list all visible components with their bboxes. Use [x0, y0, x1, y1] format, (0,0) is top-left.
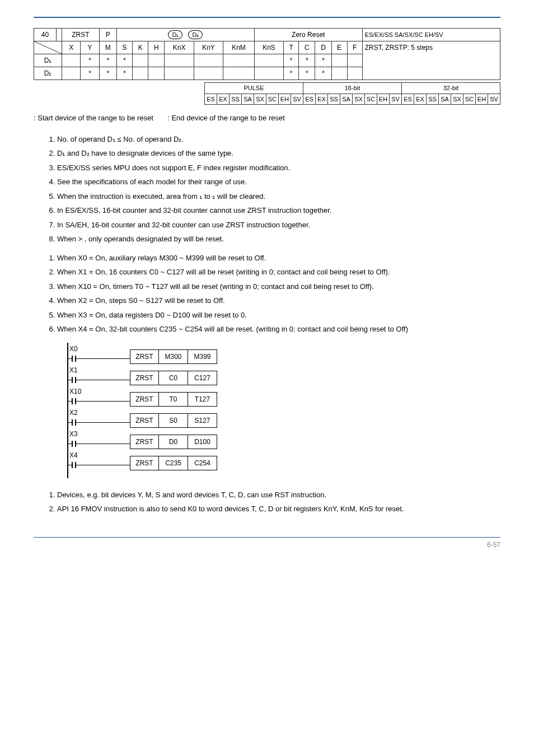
row-d1-label: D₁: [34, 54, 62, 67]
left-rail-tail: [67, 470, 68, 478]
expl-4: See the specifications of each model for…: [57, 176, 500, 188]
page-number: 6-57: [34, 540, 500, 550]
hdr-K: K: [133, 41, 148, 54]
arg2-cell: C127: [188, 371, 217, 385]
pulse-cell: SA: [340, 94, 353, 105]
instruction-box: ZRST S0 S127: [130, 413, 217, 428]
arg2-cell: D100: [188, 435, 217, 449]
operands-line: : Start device of the range to be reset …: [34, 113, 500, 124]
operand-d-cells: D₁ D₂: [117, 29, 255, 41]
instruction-spec-table: 40 ZRST P D₁ D₂ Zero Reset ES/EX/SS SA/S…: [34, 28, 500, 80]
hdr-D: D: [315, 41, 331, 54]
pulse-cell: EX: [217, 94, 229, 105]
pulse-header: PULSE: [205, 83, 303, 94]
top-rule: [34, 17, 500, 18]
instruction-box: ZRST D0 D100: [130, 435, 217, 449]
pe-1: When X0 = On, auxiliary relays M300 ~ M3…: [57, 253, 500, 264]
arg2-cell: M399: [188, 349, 217, 364]
steps-note: ZRST, ZRSTP: 5 steps: [362, 41, 500, 80]
pulse-cell: SV: [488, 94, 500, 105]
arg2-cell: T127: [188, 392, 217, 407]
contact: X10: [68, 395, 130, 407]
controllers-cell: ES/EX/SS SA/SX/SC EH/SV: [362, 29, 500, 41]
function-cell: Zero Reset: [254, 29, 362, 41]
contact: X1: [68, 374, 130, 385]
ladder-rung: X0 ZRST M300 M399: [67, 343, 500, 364]
pulse-cell: SX: [353, 94, 365, 105]
expl-6: In ES/EX/SS, 16-bit counter and 32-bit c…: [57, 205, 500, 216]
operand-end-desc: : End device of the range to be reset: [167, 114, 285, 122]
op-cell: ZRST: [130, 349, 159, 364]
pulse-cell: EH: [279, 94, 291, 105]
contact: X2: [68, 417, 130, 428]
hdr-T: T: [284, 41, 299, 54]
pulse-cell: SA: [439, 94, 451, 105]
pe-6: When X4 = On, 32-bit counters C235 ~ C25…: [57, 324, 500, 335]
mnemonic-cell: ZRST: [62, 29, 100, 41]
arg1-cell: S0: [159, 413, 188, 428]
remarks-list: Devices, e.g. bit devices Y, M, S and wo…: [34, 489, 500, 515]
arg1-cell: T0: [159, 392, 188, 407]
contact: X4: [68, 459, 130, 470]
hdr-Y: Y: [81, 41, 99, 54]
pulse-cell: ES: [402, 94, 414, 105]
hdr-H: H: [148, 41, 165, 54]
op-cell: ZRST: [130, 435, 159, 449]
footer-rule: [34, 537, 500, 538]
pulse-cell: SC: [266, 94, 279, 105]
pulse-cell: SV: [390, 94, 402, 105]
expl-8: When > , only operands designated by wil…: [57, 234, 500, 245]
pe-4: When X2 = On, steps S0 ~ S127 will be re…: [57, 295, 500, 306]
expl-1: No. of operand D₁ ≤ No. of operand D₂.: [57, 134, 500, 145]
arg1-cell: C235: [159, 456, 188, 470]
explanations-list: No. of operand D₁ ≤ No. of operand D₂. D…: [34, 134, 500, 245]
hdr-KnY: KnY: [194, 41, 223, 54]
expl-5: When the instruction is executed, area f…: [57, 191, 500, 202]
hdr-C: C: [299, 41, 315, 54]
pulse-cell: SC: [365, 94, 377, 105]
contact: X0: [68, 353, 130, 364]
op-cell: ZRST: [130, 392, 159, 407]
ladder-rung: X2 ZRST S0 S127: [67, 407, 500, 428]
contact-label: X0: [69, 344, 78, 354]
svg-line-0: [34, 41, 62, 54]
arg1-cell: D0: [159, 435, 188, 449]
hdr-KnX: KnX: [165, 41, 194, 54]
arg1-cell: C0: [159, 371, 188, 385]
pulse-cell: SS: [427, 94, 439, 105]
pe-3: When X10 = On, timers T0 ~ T127 will all…: [57, 281, 500, 292]
pulse-cell: EX: [316, 94, 328, 105]
instruction-box: ZRST M300 M399: [130, 349, 217, 364]
bit16-header: 16-bit: [303, 83, 402, 94]
pe-5: When X3 = On, data registers D0 ~ D100 w…: [57, 310, 500, 321]
ladder-rung: X4 ZRST C235 C254: [67, 449, 500, 470]
pe-2: When X1 = On, 16 counters C0 ~ C127 will…: [57, 267, 500, 278]
arg2-cell: S127: [188, 413, 217, 428]
program-example-list: When X0 = On, auxiliary relays M300 ~ M3…: [34, 253, 500, 335]
pulse-cell: EX: [414, 94, 427, 105]
pulse-cell: SS: [328, 94, 340, 105]
hdr-S: S: [117, 41, 133, 54]
op-cell: ZRST: [130, 456, 159, 470]
arg2-cell: C254: [188, 456, 217, 470]
op-cell: ZRST: [130, 413, 159, 428]
pulse-cell: SV: [291, 94, 303, 105]
instruction-box: ZRST T0 T127: [130, 392, 217, 407]
contact-label: X1: [69, 365, 78, 375]
pulse-table: PULSE 16-bit 32-bit ESEXSSSASXSCEHSVESEX…: [204, 82, 500, 105]
contact: X3: [68, 438, 130, 449]
operand-p: P: [99, 29, 116, 41]
expl-2: D₁ and D₂ have to designate devices of t…: [57, 148, 500, 159]
pulse-cell: EH: [377, 94, 390, 105]
pulse-cell: ES: [303, 94, 316, 105]
hdr-KnM: KnM: [223, 41, 255, 54]
d1-oval: D₁: [168, 30, 182, 39]
pulse-cell: SX: [254, 94, 266, 105]
pulse-cell: SA: [242, 94, 254, 105]
ladder-rung: X1 ZRST C0 C127: [67, 364, 500, 385]
contact-label: X2: [69, 408, 78, 418]
pulse-cell: SS: [229, 94, 242, 105]
pulse-cell: SC: [463, 94, 476, 105]
diag-cell: [34, 41, 62, 54]
row-d2-label: D₂: [34, 67, 62, 80]
